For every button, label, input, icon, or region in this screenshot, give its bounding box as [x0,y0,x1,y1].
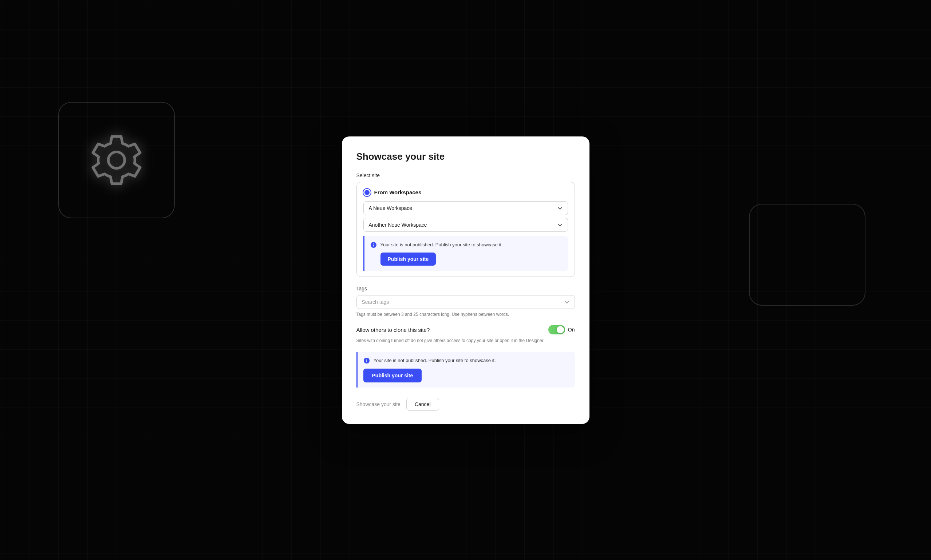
svg-rect-1 [373,245,374,247]
toggle-on-label: On [568,327,575,332]
svg-rect-4 [366,360,367,362]
clone-label: Allow others to clone this site? [356,327,430,333]
clone-row: Allow others to clone this site? On [356,325,575,334]
modal-container: Showcase your site Select site From Work… [342,137,589,424]
publish-site-button-top[interactable]: Publish your site [381,252,436,266]
clone-toggle[interactable] [548,325,565,334]
workspace1-dropdown[interactable]: A Neue Workspace [363,201,568,215]
search-tags-dropdown[interactable]: Search tags [356,295,575,309]
showcase-site-button[interactable]: Showcase your site [356,402,401,407]
publish-site-button-bottom[interactable]: Publish your site [363,369,422,382]
info-icon-top [370,242,377,248]
toggle-group: On [548,325,575,334]
svg-rect-5 [366,359,367,360]
from-workspaces-label: From Workspaces [374,189,422,195]
clone-section: Allow others to clone this site? On Site… [356,325,575,344]
info-box-row-top: Your site is not published. Publish your… [370,241,562,249]
cancel-button[interactable]: Cancel [406,398,439,411]
clone-description: Sites with cloning turned off do not giv… [356,337,575,344]
publish-warning-text-top: Your site is not published. Publish your… [381,241,503,249]
site-select-box: From Workspaces A Neue Workspace Another… [356,182,575,277]
from-workspaces-row: From Workspaces [363,189,568,196]
radio-from-workspaces[interactable] [363,189,371,196]
publish-warning-box-bottom: Your site is not published. Publish your… [356,352,575,388]
chevron-down-icon [558,206,563,211]
modal-title: Showcase your site [356,151,575,162]
tags-label: Tags [356,286,575,291]
tags-section: Tags Search tags Tags must be between 3 … [356,286,575,317]
workspace2-dropdown[interactable]: Another Neue Workspace [363,218,568,232]
workspace1-label: A Neue Workspace [369,205,413,211]
svg-rect-2 [373,243,374,244]
chevron-down-icon-tags [564,300,569,305]
info-icon-bottom [363,357,370,364]
info-box-bottom-row: Your site is not published. Publish your… [363,357,569,364]
publish-warning-text-bottom: Your site is not published. Publish your… [373,357,496,364]
workspace2-label: Another Neue Workspace [369,222,427,228]
toggle-knob [557,326,564,333]
select-site-label: Select site [356,172,575,178]
modal-footer: Showcase your site Cancel [356,398,575,411]
tags-hint: Tags must be between 3 and 25 characters… [356,312,575,317]
search-tags-placeholder: Search tags [362,299,389,305]
chevron-down-icon-2 [558,222,563,228]
publish-warning-box-top: Your site is not published. Publish your… [363,236,568,271]
